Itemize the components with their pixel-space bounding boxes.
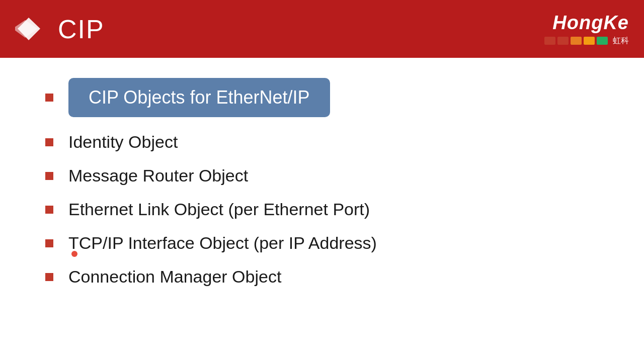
bullet-square-4	[45, 239, 53, 247]
bullet-square-2	[45, 172, 53, 180]
logo-block-5	[597, 37, 608, 45]
logo-block-2	[557, 37, 569, 45]
bullet-square-3	[45, 206, 53, 214]
cursor-dot	[71, 251, 77, 257]
highlight-bullet-square	[45, 94, 53, 102]
highlight-bullet-item: CIP Objects for EtherNet/IP	[40, 78, 604, 117]
bullet-text-4: TCP/IP Interface Object (per IP Address)	[68, 233, 377, 253]
main-content: CIP Objects for EtherNet/IP Identity Obj…	[0, 58, 644, 316]
logo-blocks: 虹科	[544, 36, 629, 46]
diamond-icon	[15, 15, 43, 43]
page-title: CIP	[58, 14, 105, 44]
header-left: CIP	[15, 14, 105, 44]
logo-area: HongKe 虹科	[544, 12, 629, 46]
bullet-square-1	[45, 138, 53, 146]
bullet-item-4: TCP/IP Interface Object (per IP Address)	[40, 233, 604, 253]
bullet-text-2: Message Router Object	[68, 166, 248, 186]
svg-marker-1	[15, 20, 38, 38]
bullet-text-3: Ethernet Link Object (per Ethernet Port)	[68, 200, 370, 219]
logo-name: HongKe	[552, 12, 629, 34]
bullet-text-1: Identity Object	[68, 132, 178, 152]
bullet-item-2: Message Router Object	[40, 166, 604, 186]
highlight-text: CIP Objects for EtherNet/IP	[89, 87, 310, 108]
logo-subtitle: 虹科	[613, 36, 629, 46]
bullet-item-5: Connection Manager Object	[40, 267, 604, 287]
header-bar: CIP HongKe 虹科	[0, 0, 644, 58]
bullet-item-3: Ethernet Link Object (per Ethernet Port)	[40, 200, 604, 219]
bullet-item-1: Identity Object	[40, 132, 604, 152]
highlight-box: CIP Objects for EtherNet/IP	[68, 78, 330, 117]
logo-block-4	[584, 37, 595, 45]
bullet-square-5	[45, 273, 53, 281]
bullet-text-5: Connection Manager Object	[68, 267, 281, 287]
logo-block-3	[571, 37, 582, 45]
logo-block-1	[544, 37, 555, 45]
